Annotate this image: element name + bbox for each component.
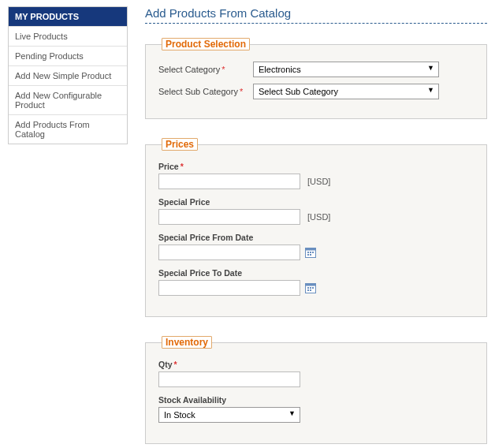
sidebar-item-add-from-catalog[interactable]: Add Products From Catalog	[9, 114, 127, 144]
svg-rect-4	[312, 252, 314, 253]
sidebar-item-pending-products[interactable]: Pending Products	[9, 46, 127, 65]
svg-rect-12	[307, 289, 309, 291]
product-selection-section: Product Selection Select Category* Elect…	[145, 38, 487, 119]
svg-rect-5	[307, 254, 309, 256]
calendar-icon[interactable]	[305, 247, 316, 258]
special-price-from-input[interactable]	[158, 245, 300, 260]
special-price-unit: [USD]	[307, 212, 330, 222]
svg-rect-11	[312, 287, 314, 289]
qty-input[interactable]	[158, 371, 300, 387]
page-title: Add Products From Catalog	[145, 6, 487, 24]
inventory-legend: Inventory	[162, 336, 212, 349]
inventory-section: Inventory Qty* Stock Availability In Sto…	[145, 336, 487, 444]
price-input[interactable]	[158, 174, 300, 189]
select-sub-category-label: Select Sub Category*	[158, 87, 253, 96]
prices-section: Prices Price* [USD] Special Price [USD] …	[145, 138, 487, 317]
sidebar-item-live-products[interactable]: Live Products	[9, 26, 127, 46]
special-price-to-label: Special Price To Date	[158, 268, 474, 278]
price-label: Price*	[158, 162, 474, 171]
special-price-input[interactable]	[158, 209, 300, 225]
svg-rect-3	[310, 252, 311, 253]
stock-availability-dropdown[interactable]: In Stock	[158, 407, 300, 423]
select-sub-category-dropdown[interactable]: Select Sub Category	[253, 84, 439, 99]
stock-availability-label: Stock Availability	[158, 395, 474, 405]
sidebar: MY PRODUCTS Live Products Pending Produc…	[8, 6, 128, 144]
svg-rect-10	[310, 287, 311, 289]
prices-legend: Prices	[162, 138, 198, 151]
select-category-dropdown[interactable]: Electronics	[253, 62, 439, 77]
sidebar-item-add-configurable-product[interactable]: Add New Configurable Product	[9, 85, 127, 114]
main-content: Add Products From Catalog Product Select…	[128, 6, 487, 448]
svg-rect-1	[306, 248, 316, 251]
qty-label: Qty*	[158, 360, 474, 369]
svg-rect-13	[310, 289, 311, 291]
svg-rect-8	[306, 284, 316, 286]
price-unit: [USD]	[307, 177, 330, 186]
sidebar-header: MY PRODUCTS	[9, 7, 127, 26]
special-price-from-label: Special Price From Date	[158, 233, 474, 242]
special-price-to-input[interactable]	[158, 280, 300, 296]
select-category-label: Select Category*	[158, 65, 253, 74]
svg-rect-6	[310, 254, 311, 256]
product-selection-legend: Product Selection	[162, 38, 250, 50]
svg-rect-9	[307, 287, 309, 289]
sidebar-item-add-simple-product[interactable]: Add New Simple Product	[9, 65, 127, 85]
svg-rect-2	[307, 252, 309, 253]
special-price-label: Special Price	[158, 197, 474, 207]
calendar-icon[interactable]	[305, 282, 316, 293]
